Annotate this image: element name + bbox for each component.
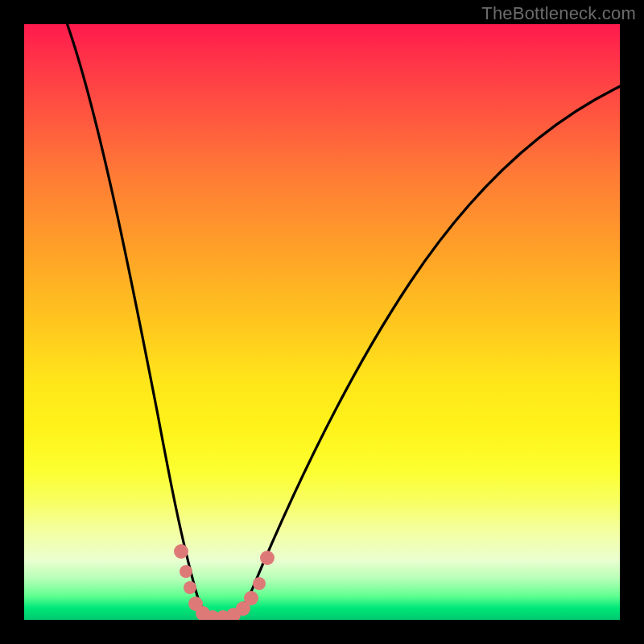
highlight-dot: [180, 565, 192, 578]
highlight-dot: [184, 581, 196, 594]
highlight-dot: [244, 591, 258, 605]
watermark-text: TheBottleneck.com: [481, 3, 636, 24]
plot-area: [24, 24, 620, 620]
highlight-dot: [260, 551, 275, 565]
highlight-dot: [253, 577, 266, 590]
chart-frame: TheBottleneck.com: [0, 0, 644, 644]
bottleneck-curve: [64, 24, 620, 620]
curve-layer: [24, 24, 620, 620]
highlight-dots-group: [174, 544, 275, 620]
highlight-dot: [174, 544, 188, 559]
